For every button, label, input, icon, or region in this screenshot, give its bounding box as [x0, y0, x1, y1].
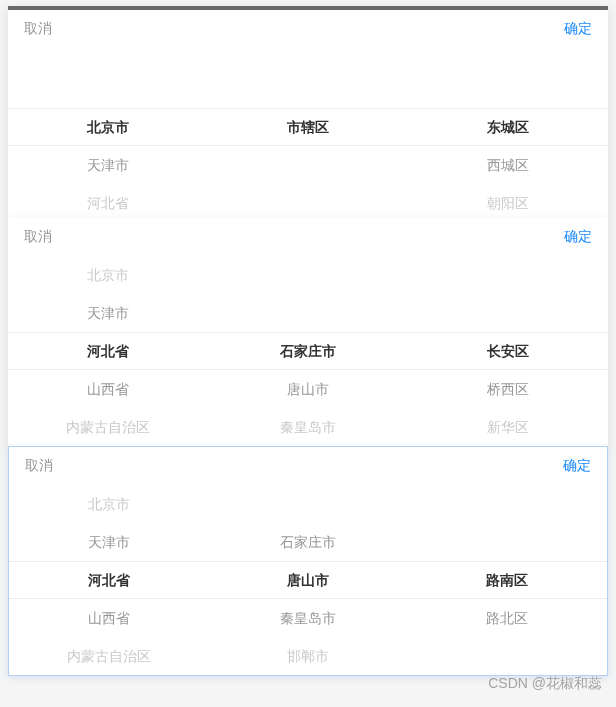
region-picker-2: 取消 确定 北京市 天津市 河北省 山西省 内蒙古自治区 石家庄市 唐山市 秦皇… — [8, 218, 608, 446]
picker-option[interactable] — [408, 523, 607, 561]
cancel-button[interactable]: 取消 — [24, 228, 52, 246]
picker-option[interactable]: 山西省 — [8, 370, 208, 408]
picker-option[interactable]: 石家庄市 — [208, 523, 407, 561]
picker-option[interactable] — [208, 294, 408, 332]
picker-option[interactable] — [408, 294, 608, 332]
picker-option[interactable] — [408, 637, 607, 675]
picker-option[interactable]: 新华区 — [408, 408, 608, 446]
picker-option[interactable]: 天津市 — [8, 146, 208, 184]
confirm-button[interactable]: 确定 — [564, 228, 592, 246]
district-column[interactable]: 长安区 桥西区 新华区 — [408, 256, 608, 446]
picker-option[interactable]: 桥西区 — [408, 370, 608, 408]
picker-option[interactable]: 秦皇岛市 — [208, 599, 407, 637]
picker-option[interactable]: 天津市 — [9, 523, 208, 561]
province-column[interactable]: 北京市 天津市 河北省 — [8, 108, 208, 218]
picker-option[interactable] — [208, 182, 408, 218]
picker-header: 取消 确定 — [8, 218, 608, 256]
region-picker-1: 取消 确定 北京市 天津市 河北省 市辖区 东城区 西城区 朝阳区 — [8, 6, 608, 218]
picker-option[interactable]: 长安区 — [408, 332, 608, 370]
province-column[interactable]: 北京市 天津市 河北省 山西省 内蒙古自治区 — [9, 485, 208, 675]
picker-option[interactable]: 内蒙古自治区 — [8, 408, 208, 446]
picker-option[interactable]: 北京市 — [9, 485, 208, 523]
picker-header: 取消 确定 — [9, 447, 607, 485]
picker-option[interactable]: 内蒙古自治区 — [9, 637, 208, 675]
province-column[interactable]: 北京市 天津市 河北省 山西省 内蒙古自治区 — [8, 256, 208, 446]
picker-option[interactable]: 山西省 — [9, 599, 208, 637]
picker-option[interactable]: 路南区 — [408, 561, 607, 599]
cancel-button[interactable]: 取消 — [24, 20, 52, 38]
picker-option[interactable]: 路北区 — [408, 599, 607, 637]
picker-option[interactable] — [208, 256, 408, 294]
picker-option[interactable]: 北京市 — [8, 256, 208, 294]
district-column[interactable]: 东城区 西城区 朝阳区 — [408, 108, 608, 218]
watermark: CSDN @花椒和蕊 — [488, 675, 602, 693]
picker-option[interactable]: 东城区 — [408, 108, 608, 146]
district-column[interactable]: 路南区 路北区 — [408, 485, 607, 675]
picker-body: 北京市 天津市 河北省 山西省 内蒙古自治区 石家庄市 唐山市 秦皇岛市 长安区… — [8, 256, 608, 446]
city-column[interactable]: 市辖区 — [208, 108, 408, 218]
spacer — [8, 48, 608, 108]
picker-option[interactable]: 河北省 — [8, 184, 208, 218]
picker-option[interactable]: 天津市 — [8, 294, 208, 332]
cancel-button[interactable]: 取消 — [25, 457, 53, 475]
picker-option[interactable]: 石家庄市 — [208, 332, 408, 370]
picker-option[interactable]: 秦皇岛市 — [208, 408, 408, 446]
picker-body: 北京市 天津市 河北省 山西省 内蒙古自治区 石家庄市 唐山市 秦皇岛市 邯郸市… — [9, 485, 607, 675]
region-picker-3: 取消 确定 北京市 天津市 河北省 山西省 内蒙古自治区 石家庄市 唐山市 秦皇… — [8, 446, 608, 676]
picker-option[interactable]: 邯郸市 — [208, 637, 407, 675]
confirm-button[interactable]: 确定 — [564, 20, 592, 38]
picker-option[interactable]: 西城区 — [408, 146, 608, 184]
picker-option[interactable]: 河北省 — [8, 332, 208, 370]
confirm-button[interactable]: 确定 — [563, 457, 591, 475]
picker-option[interactable]: 唐山市 — [208, 370, 408, 408]
city-column[interactable]: 石家庄市 唐山市 秦皇岛市 — [208, 256, 408, 446]
picker-option[interactable]: 市辖区 — [208, 108, 408, 146]
picker-option[interactable]: 北京市 — [8, 108, 208, 146]
picker-option[interactable] — [208, 146, 408, 182]
picker-option[interactable]: 河北省 — [9, 561, 208, 599]
picker-option[interactable] — [408, 256, 608, 294]
picker-option[interactable]: 朝阳区 — [408, 184, 608, 218]
picker-option[interactable] — [408, 485, 607, 523]
picker-option[interactable]: 唐山市 — [208, 561, 407, 599]
picker-option[interactable] — [208, 485, 407, 523]
picker-header: 取消 确定 — [8, 10, 608, 48]
picker-body: 北京市 天津市 河北省 市辖区 东城区 西城区 朝阳区 — [8, 108, 608, 218]
city-column[interactable]: 石家庄市 唐山市 秦皇岛市 邯郸市 — [208, 485, 407, 675]
